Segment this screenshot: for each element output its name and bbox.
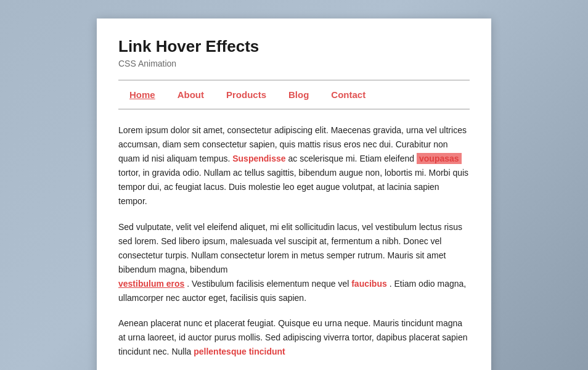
nav-item-home[interactable]: Home	[118, 87, 166, 102]
paragraph1-text-after: tortor, in gravida odio. Nullam ac tellu…	[118, 168, 468, 206]
link-suspendisse[interactable]: Suspendisse	[232, 154, 285, 163]
page-card: Link Hover Effects CSS Animation Home Ab…	[97, 18, 491, 370]
paragraph-1: Lorem ipsum dolor sit amet, consectetur …	[118, 123, 470, 209]
link-faucibus[interactable]: faucibus	[351, 279, 387, 289]
link-voupasas[interactable]: voupasas	[417, 153, 462, 164]
paragraph2-text-before: Sed vulputate, velit vel eleifend alique…	[118, 222, 462, 274]
nav-item-about[interactable]: About	[166, 87, 215, 102]
nav-item-products[interactable]: Products	[215, 87, 277, 102]
nav-item-contact[interactable]: Contact	[320, 87, 377, 102]
paragraph1-text-middle: ac scelerisque mi. Etiam eleifend	[288, 154, 414, 163]
paragraph3-text-before: Aenean placerat nunc et placerat feugiat…	[118, 318, 468, 356]
paragraph-2: Sed vulputate, velit vel eleifend alique…	[118, 220, 470, 306]
nav-bar: Home About Products Blog Contact	[118, 80, 470, 110]
nav-item-blog[interactable]: Blog	[277, 87, 320, 102]
link-pellentesque-tincidunt[interactable]: pellentesque tincidunt	[194, 347, 285, 356]
link-vestibulum-eros[interactable]: vestibulum eros	[118, 279, 184, 289]
page-subtitle: CSS Animation	[118, 59, 470, 68]
paragraph-3: Aenean placerat nunc et placerat feugiat…	[118, 316, 470, 359]
page-title: Link Hover Effects	[118, 37, 470, 56]
paragraph2-text-middle: . Vestibulum facilisis elementum neque v…	[187, 279, 349, 289]
